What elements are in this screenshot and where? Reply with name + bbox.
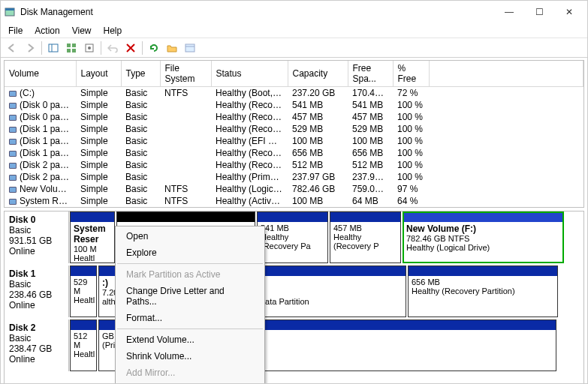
volume-row[interactable]: (Disk 1 partition 5)SimpleBasicHealthy (… <box>5 147 583 159</box>
ctx-shrink[interactable]: Shrink Volume... <box>116 348 264 364</box>
ctx-change-letter[interactable]: Change Drive Letter and Paths... <box>116 283 264 310</box>
volume-row[interactable]: (Disk 1 partition 1)SimpleBasicHealthy (… <box>5 123 583 135</box>
minimize-button[interactable]: — <box>494 2 524 22</box>
delete-icon[interactable] <box>122 40 139 56</box>
undo-icon[interactable] <box>104 40 121 56</box>
volume-row[interactable]: (Disk 0 partition 2)SimpleBasicHealthy (… <box>5 99 583 111</box>
partition[interactable]: 541 MBHealthy (Recovery Pa <box>257 212 328 263</box>
ctx-explore[interactable]: Explore <box>116 244 264 261</box>
volume-row[interactable]: System Reserved (...SimpleBasicNTFSHealt… <box>5 195 583 207</box>
svg-rect-10 <box>185 44 194 52</box>
volume-row[interactable]: (Disk 2 partition 1)SimpleBasicHealthy (… <box>5 159 583 171</box>
partition[interactable]: New Volume (F:)782.46 GB NTFSHealthy (Lo… <box>403 212 564 263</box>
col-fs[interactable]: File System <box>160 61 211 87</box>
menu-bar: File Action View Help <box>1 23 587 38</box>
grid-icon[interactable] <box>63 40 80 56</box>
svg-rect-4 <box>67 44 71 47</box>
partition[interactable]: 512 MHealtl <box>70 320 97 371</box>
close-button[interactable]: ✕ <box>554 2 584 22</box>
partition[interactable]: 457 MBHealthy (Recovery P <box>330 212 401 263</box>
svg-rect-5 <box>72 44 76 47</box>
folder-icon[interactable] <box>164 40 180 56</box>
col-type[interactable]: Type <box>121 61 160 87</box>
ctx-open[interactable]: Open <box>116 228 264 244</box>
refresh-icon[interactable] <box>146 40 162 56</box>
col-capacity[interactable]: Capacity <box>288 61 348 87</box>
menu-help[interactable]: Help <box>98 24 128 38</box>
partition[interactable]: 529 MHealtl <box>70 266 97 317</box>
forward-icon[interactable] <box>22 40 38 56</box>
partition[interactable]: System Reser100 MHealtl <box>70 212 115 263</box>
disk-label[interactable]: Disk 2Basic238.47 GBOnline <box>5 320 69 371</box>
ctx-extend[interactable]: Extend Volume... <box>116 332 264 348</box>
ctx-format[interactable]: Format... <box>116 310 264 326</box>
volume-row[interactable]: (Disk 1 partition 2)SimpleBasicHealthy (… <box>5 135 583 147</box>
volume-row[interactable]: (Disk 2 partition 2)SimpleBasicHealthy (… <box>5 171 583 183</box>
svg-rect-6 <box>67 49 71 52</box>
back-icon[interactable] <box>4 40 20 56</box>
menu-file[interactable]: File <box>2 24 29 38</box>
volume-row[interactable]: (Disk 0 partition 3)SimpleBasicHealthy (… <box>5 111 583 123</box>
menu-view[interactable]: View <box>66 24 98 38</box>
window-titlebar: Disk Management — ☐ ✕ <box>1 1 587 23</box>
menu-action[interactable]: Action <box>29 24 65 38</box>
window-title: Disk Management <box>20 7 494 17</box>
col-pct[interactable]: % Free <box>393 61 429 87</box>
svg-rect-2 <box>49 44 58 52</box>
col-free[interactable]: Free Spa... <box>348 61 393 87</box>
svg-rect-1 <box>5 8 14 10</box>
disk-label[interactable]: Disk 0Basic931.51 GBOnline <box>5 212 69 263</box>
disk-label[interactable]: Disk 1Basic238.46 GBOnline <box>5 266 69 317</box>
col-layout[interactable]: Layout <box>76 61 121 87</box>
app-icon <box>4 6 16 18</box>
volume-row[interactable]: (C:)SimpleBasicNTFSHealthy (Boot, Page .… <box>5 87 583 100</box>
maximize-button[interactable]: ☐ <box>524 2 554 22</box>
context-menu: Open Explore Mark Partition as Active Ch… <box>115 226 265 384</box>
ctx-delete[interactable]: Delete Volume... <box>116 381 264 384</box>
toolbar <box>1 38 587 58</box>
volume-row[interactable]: New Volume (F:)SimpleBasicNTFSHealthy (L… <box>5 183 583 195</box>
svg-point-9 <box>88 46 91 50</box>
svg-rect-7 <box>72 49 76 52</box>
disk-map: Disk 0Basic931.51 GBOnlineSystem Reser10… <box>4 211 584 384</box>
col-status[interactable]: Status <box>211 61 288 87</box>
col-volume[interactable]: Volume <box>5 61 76 87</box>
partition[interactable]: 656 MBHealthy (Recovery Partition) <box>408 266 558 317</box>
panel-icon[interactable] <box>45 40 62 56</box>
ctx-add-mirror: Add Mirror... <box>116 364 264 381</box>
ctx-mark-active: Mark Partition as Active <box>116 266 264 283</box>
settings-icon[interactable] <box>81 40 98 56</box>
volume-list: Volume Layout Type File System Status Ca… <box>4 60 584 208</box>
properties-icon[interactable] <box>182 40 198 56</box>
